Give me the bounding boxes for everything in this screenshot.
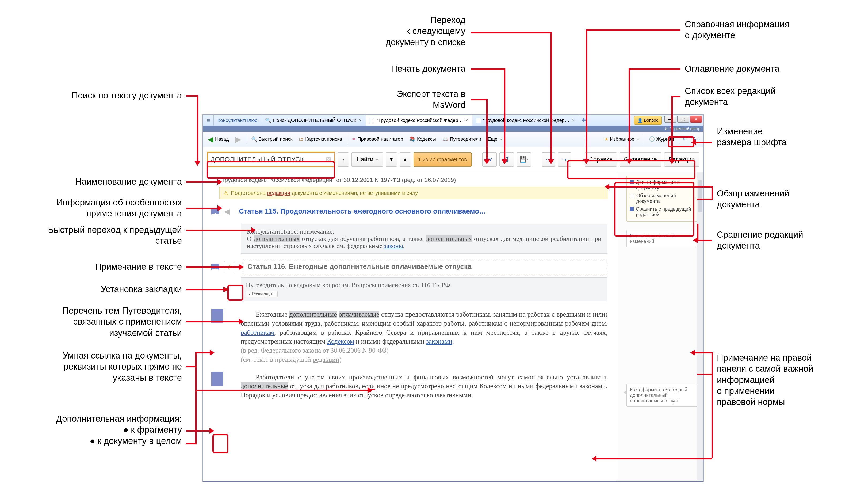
legal-navigator[interactable]: ✒Правовой навигатор — [349, 135, 406, 143]
maximize-button[interactable]: ▢ — [677, 116, 689, 122]
favorites[interactable]: ★Избранное▾ — [602, 135, 642, 143]
close-button[interactable]: ✕ — [690, 116, 702, 122]
callout-extra-info: Дополнительная информация: ● к фрагменту… — [11, 413, 182, 446]
ask-button[interactable]: 👤Вопрос — [634, 116, 662, 125]
callout-search-in-text: Поиск по тексту документа — [11, 90, 182, 101]
callout-bookmark: Установка закладки — [11, 284, 182, 295]
quick-search[interactable]: 🔍Быстрый поиск — [248, 135, 295, 143]
toolbar-more[interactable]: Еще▾ — [485, 135, 505, 143]
status-bar: Док. 2/50 Посчитать Абз. 1910/6 — [618, 480, 703, 482]
highlight-bookmark-star — [227, 285, 243, 301]
codexes[interactable]: 📚Кодексы — [407, 135, 439, 143]
search-dropdown[interactable]: ▾ — [337, 152, 349, 167]
window-chrome: ≡ КонсультантПлюс 🔍Поиск ДОПОЛНИТЕЛЬНЫЙ … — [203, 115, 703, 126]
tab-doc-1[interactable]: "Трудовой кодекс Российской Федер…✕ — [366, 115, 472, 126]
expand-button[interactable]: ▾Развернуть — [246, 291, 278, 297]
window-controls: — ▢ ✕ — [663, 115, 703, 126]
paragraph-2: Работодатели с учетом своих производстве… — [241, 373, 607, 400]
callout-ref-info: Справочная информация о документе — [685, 19, 856, 41]
tab-doc-2[interactable]: "Трудовой кодекс Российской Федер…✕ — [472, 115, 579, 126]
highlight-search-field — [207, 161, 335, 179]
side-scrollbar[interactable] — [697, 172, 703, 480]
nav-back[interactable]: ◀Назад — [205, 134, 232, 145]
article-115-header: ◀ Статья 115. Продолжительность ежегодно… — [203, 203, 615, 220]
note-box: КонсультантПлюс: примечание. О дополните… — [241, 224, 607, 254]
highlight-fragment-flag — [212, 434, 228, 453]
revision-link[interactable]: редакция — [267, 190, 290, 196]
save-button[interactable]: 💾▾ — [517, 152, 531, 167]
fragments-counter: 1 из 27 фрагментов — [414, 152, 472, 167]
article-116-title: Статья 116. Ежегодные дополнительные опл… — [243, 259, 607, 274]
minimize-button[interactable]: — — [664, 116, 676, 122]
callout-app-info: Информация об особенностях применения до… — [11, 197, 182, 219]
warning-icon: ⚠ — [223, 190, 228, 196]
callout-revisions: Список всех редакций документа — [685, 85, 856, 107]
nav-forward[interactable]: ▶ — [233, 134, 244, 145]
tab-home[interactable]: КонсультантПлюс — [214, 115, 261, 126]
guides[interactable]: 📖Путеводители — [440, 135, 484, 143]
callout-side-note: Примечание на правой панели с самой важн… — [717, 352, 856, 407]
callout-compare-rev: Сравнение редакций документа — [717, 229, 856, 251]
callout-toc: Оглавление документа — [685, 63, 856, 74]
callout-font-size: Изменение размера шрифта — [717, 126, 856, 148]
callout-doc-name: Наименование документа — [11, 176, 182, 187]
side-tip[interactable]: Как оформить ежегодный дополнительный оп… — [626, 384, 699, 407]
tab-search[interactable]: 🔍Поиск ДОПОЛНИТЕЛЬНЫЙ ОТПУСК✕ — [261, 115, 366, 126]
count-link[interactable]: Посчитать — [640, 481, 659, 482]
callout-guide-topics: Перечень тем Путеводителя, связанных с п… — [11, 305, 182, 338]
employees-link[interactable]: работникам — [241, 329, 274, 336]
paragraph-1: Ежегодные дополнительные оплачиваемые от… — [241, 310, 607, 364]
callout-changes-review: Обзор изменений документа — [717, 188, 856, 210]
article-116-header: ☆ Статья 116. Ежегодные дополнительные о… — [203, 258, 615, 275]
callout-smart-link: Умная ссылка на документы, реквизиты кот… — [11, 350, 182, 383]
article-115-title[interactable]: Статья 115. Продолжительность ежегодного… — [238, 204, 607, 219]
find-next[interactable]: ▼ — [386, 152, 397, 167]
find-button[interactable]: Найти▾ — [351, 152, 383, 167]
find-prev[interactable]: ▲ — [400, 152, 411, 167]
laws-link[interactable]: законами — [426, 338, 452, 345]
doc-warning-bar: ⚠ Подготовлена редакция документа с изме… — [219, 187, 607, 199]
service-center-bar[interactable]: ⚙Сервисный центр — [203, 126, 703, 132]
callout-prev-article: Быстрый переход к предыдущей статье — [11, 224, 182, 246]
flag-icon[interactable] — [211, 372, 223, 386]
callout-print: Печать документа — [294, 63, 465, 74]
main-toolbar: ◀Назад ▶ 🔍Быстрый поиск 🗂Карточка поиска… — [203, 132, 703, 147]
guide-box: Путеводитель по кадровым вопросам. Вопро… — [241, 277, 607, 301]
callout-note-in-text: Примечание в тексте — [11, 261, 182, 272]
search-card[interactable]: 🗂Карточка поиска — [296, 135, 345, 143]
menu-button[interactable]: ≡ — [203, 115, 214, 126]
callout-next-doc: Переход к следующему документу в списке — [294, 14, 465, 48]
prev-revision-link[interactable]: редакции — [313, 356, 339, 363]
note-laws-link[interactable]: законы — [384, 242, 403, 250]
codex-link[interactable]: Кодексом — [327, 338, 354, 345]
callout-export-word: Экспорт текста в MsWord — [294, 88, 465, 110]
highlight-sidecard — [614, 182, 694, 237]
prev-article-icon[interactable]: ◀ — [224, 207, 230, 216]
document-pane: "Трудовой кодекс Российской Федерации" о… — [203, 172, 617, 482]
